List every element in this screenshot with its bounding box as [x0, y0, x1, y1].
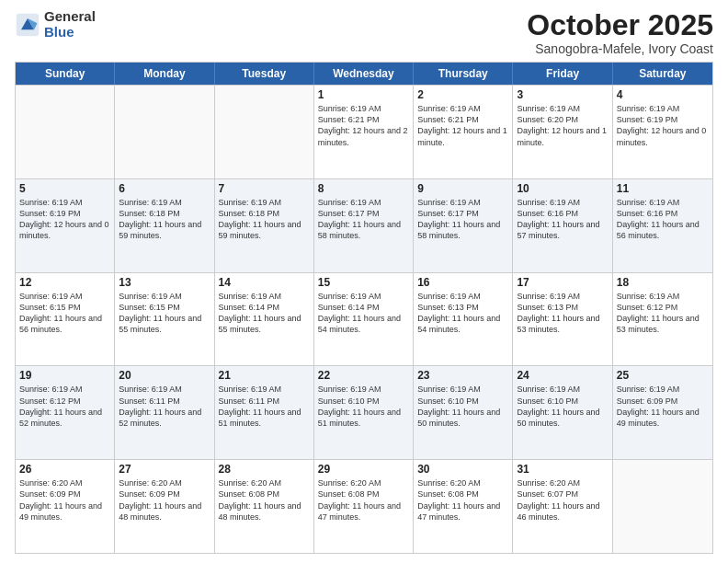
calendar-cell: 2Sunrise: 6:19 AM Sunset: 6:21 PM Daylig… [414, 86, 513, 178]
month-title: October 2025 [527, 9, 713, 41]
day-info: Sunrise: 6:19 AM Sunset: 6:14 PM Dayligh… [318, 291, 409, 336]
calendar-cell: 29Sunrise: 6:20 AM Sunset: 6:08 PM Dayli… [314, 460, 414, 553]
day-info: Sunrise: 6:20 AM Sunset: 6:07 PM Dayligh… [517, 477, 608, 523]
day-info: Sunrise: 6:19 AM Sunset: 6:21 PM Dayligh… [318, 103, 409, 148]
calendar-cell: 18Sunrise: 6:19 AM Sunset: 6:12 PM Dayli… [613, 273, 712, 366]
calendar-cell: 7Sunrise: 6:19 AM Sunset: 6:18 PM Daylig… [215, 179, 314, 272]
day-number: 5 [19, 182, 110, 195]
day-info: Sunrise: 6:19 AM Sunset: 6:12 PM Dayligh… [617, 291, 709, 336]
day-info: Sunrise: 6:19 AM Sunset: 6:12 PM Dayligh… [19, 384, 110, 429]
calendar-cell [613, 460, 712, 553]
calendar-week: 19Sunrise: 6:19 AM Sunset: 6:12 PM Dayli… [16, 365, 712, 459]
calendar-cell: 11Sunrise: 6:19 AM Sunset: 6:16 PM Dayli… [613, 179, 712, 272]
day-info: Sunrise: 6:19 AM Sunset: 6:21 PM Dayligh… [417, 103, 508, 148]
day-info: Sunrise: 6:19 AM Sunset: 6:10 PM Dayligh… [417, 384, 508, 429]
weekday-header: Wednesday [314, 63, 414, 85]
day-info: Sunrise: 6:19 AM Sunset: 6:11 PM Dayligh… [119, 384, 210, 429]
day-number: 25 [617, 369, 709, 382]
weekday-header: Saturday [613, 63, 712, 85]
calendar-body: 1Sunrise: 6:19 AM Sunset: 6:21 PM Daylig… [16, 85, 712, 553]
calendar-cell: 10Sunrise: 6:19 AM Sunset: 6:16 PM Dayli… [513, 179, 612, 272]
day-number: 31 [517, 463, 608, 476]
calendar-cell [215, 86, 314, 178]
header: General Blue October 2025 Sanogobra-Mafe… [15, 9, 713, 56]
day-info: Sunrise: 6:19 AM Sunset: 6:19 PM Dayligh… [19, 197, 110, 242]
day-info: Sunrise: 6:19 AM Sunset: 6:10 PM Dayligh… [517, 384, 608, 429]
day-number: 14 [219, 276, 310, 289]
calendar-cell: 5Sunrise: 6:19 AM Sunset: 6:19 PM Daylig… [16, 179, 115, 272]
day-number: 10 [517, 182, 608, 195]
calendar-cell: 16Sunrise: 6:19 AM Sunset: 6:13 PM Dayli… [414, 273, 513, 366]
day-number: 6 [119, 182, 210, 195]
day-info: Sunrise: 6:20 AM Sunset: 6:08 PM Dayligh… [417, 477, 508, 523]
calendar-cell: 20Sunrise: 6:19 AM Sunset: 6:11 PM Dayli… [115, 366, 214, 459]
day-info: Sunrise: 6:19 AM Sunset: 6:16 PM Dayligh… [517, 197, 608, 242]
day-number: 7 [219, 182, 310, 195]
day-info: Sunrise: 6:19 AM Sunset: 6:13 PM Dayligh… [417, 291, 508, 336]
day-info: Sunrise: 6:19 AM Sunset: 6:09 PM Dayligh… [617, 384, 709, 429]
logo-general: General [44, 9, 96, 25]
title-area: October 2025 Sanogobra-Mafele, Ivory Coa… [527, 9, 713, 56]
calendar-cell: 28Sunrise: 6:20 AM Sunset: 6:08 PM Dayli… [215, 460, 314, 553]
day-number: 30 [417, 463, 508, 476]
day-number: 22 [318, 369, 409, 382]
weekday-header: Friday [513, 63, 612, 85]
calendar-cell: 14Sunrise: 6:19 AM Sunset: 6:14 PM Dayli… [215, 273, 314, 366]
page: General Blue October 2025 Sanogobra-Mafe… [0, 0, 728, 563]
day-number: 3 [517, 88, 608, 101]
calendar-cell: 25Sunrise: 6:19 AM Sunset: 6:09 PM Dayli… [613, 366, 712, 459]
day-info: Sunrise: 6:19 AM Sunset: 6:14 PM Dayligh… [219, 291, 310, 336]
calendar-cell: 6Sunrise: 6:19 AM Sunset: 6:18 PM Daylig… [115, 179, 214, 272]
calendar-week: 1Sunrise: 6:19 AM Sunset: 6:21 PM Daylig… [16, 85, 712, 178]
calendar-cell: 22Sunrise: 6:19 AM Sunset: 6:10 PM Dayli… [314, 366, 414, 459]
day-number: 24 [517, 369, 608, 382]
day-number: 12 [19, 276, 110, 289]
day-number: 19 [19, 369, 110, 382]
calendar-cell: 3Sunrise: 6:19 AM Sunset: 6:20 PM Daylig… [513, 86, 612, 178]
calendar-week: 26Sunrise: 6:20 AM Sunset: 6:09 PM Dayli… [16, 459, 712, 553]
calendar-cell: 31Sunrise: 6:20 AM Sunset: 6:07 PM Dayli… [513, 460, 612, 553]
day-info: Sunrise: 6:20 AM Sunset: 6:09 PM Dayligh… [119, 477, 210, 523]
weekday-header: Sunday [16, 63, 115, 85]
day-info: Sunrise: 6:19 AM Sunset: 6:15 PM Dayligh… [119, 291, 210, 336]
calendar-week: 5Sunrise: 6:19 AM Sunset: 6:19 PM Daylig… [16, 178, 712, 272]
day-number: 15 [318, 276, 409, 289]
day-number: 28 [219, 463, 310, 476]
calendar-cell [115, 86, 214, 178]
day-info: Sunrise: 6:19 AM Sunset: 6:16 PM Dayligh… [617, 197, 709, 242]
calendar-cell: 23Sunrise: 6:19 AM Sunset: 6:10 PM Dayli… [414, 366, 513, 459]
calendar-cell: 1Sunrise: 6:19 AM Sunset: 6:21 PM Daylig… [314, 86, 414, 178]
logo-icon [15, 12, 40, 38]
day-number: 29 [318, 463, 409, 476]
calendar-cell [16, 86, 115, 178]
weekday-header: Monday [115, 63, 214, 85]
day-number: 23 [417, 369, 508, 382]
calendar-cell: 30Sunrise: 6:20 AM Sunset: 6:08 PM Dayli… [414, 460, 513, 553]
day-info: Sunrise: 6:19 AM Sunset: 6:18 PM Dayligh… [119, 197, 210, 242]
day-number: 1 [318, 88, 409, 101]
calendar-header: SundayMondayTuesdayWednesdayThursdayFrid… [16, 63, 712, 85]
day-info: Sunrise: 6:19 AM Sunset: 6:18 PM Dayligh… [219, 197, 310, 242]
calendar-cell: 4Sunrise: 6:19 AM Sunset: 6:19 PM Daylig… [613, 86, 712, 178]
logo-text: General Blue [44, 9, 96, 40]
calendar-cell: 26Sunrise: 6:20 AM Sunset: 6:09 PM Dayli… [16, 460, 115, 553]
day-number: 27 [119, 463, 210, 476]
day-number: 21 [219, 369, 310, 382]
calendar-cell: 12Sunrise: 6:19 AM Sunset: 6:15 PM Dayli… [16, 273, 115, 366]
calendar-cell: 13Sunrise: 6:19 AM Sunset: 6:15 PM Dayli… [115, 273, 214, 366]
calendar-cell: 21Sunrise: 6:19 AM Sunset: 6:11 PM Dayli… [215, 366, 314, 459]
weekday-header: Thursday [414, 63, 513, 85]
subtitle: Sanogobra-Mafele, Ivory Coast [527, 41, 713, 56]
day-number: 8 [318, 182, 409, 195]
day-number: 2 [417, 88, 508, 101]
calendar-cell: 27Sunrise: 6:20 AM Sunset: 6:09 PM Dayli… [115, 460, 214, 553]
day-info: Sunrise: 6:19 AM Sunset: 6:11 PM Dayligh… [219, 384, 310, 429]
day-info: Sunrise: 6:19 AM Sunset: 6:17 PM Dayligh… [417, 197, 508, 242]
logo: General Blue [15, 9, 96, 40]
day-info: Sunrise: 6:20 AM Sunset: 6:08 PM Dayligh… [318, 477, 409, 523]
logo-blue: Blue [44, 25, 96, 40]
calendar-cell: 9Sunrise: 6:19 AM Sunset: 6:17 PM Daylig… [414, 179, 513, 272]
calendar-cell: 15Sunrise: 6:19 AM Sunset: 6:14 PM Dayli… [314, 273, 414, 366]
day-number: 16 [417, 276, 508, 289]
calendar-cell: 19Sunrise: 6:19 AM Sunset: 6:12 PM Dayli… [16, 366, 115, 459]
